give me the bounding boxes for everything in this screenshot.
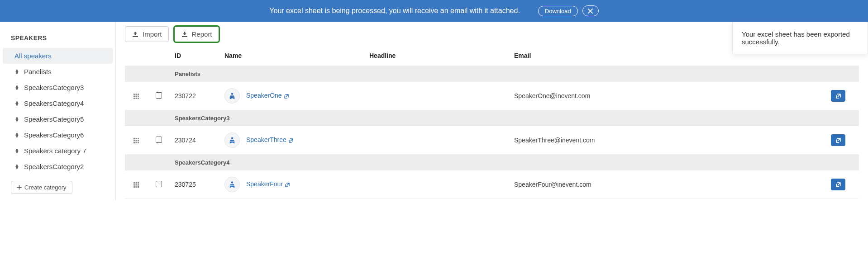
sidebar-item-category[interactable]: ▲▼Panelists [3, 64, 113, 80]
svg-rect-19 [136, 182, 137, 184]
svg-rect-12 [134, 140, 135, 142]
export-success-toast: Your excel sheet has been exported succe… [732, 22, 868, 54]
notification-actions: Download [538, 5, 599, 16]
external-link-icon[interactable] [285, 181, 290, 188]
sort-icon: ▲▼ [14, 148, 19, 154]
svg-rect-0 [134, 94, 135, 95]
row-id: 230724 [170, 126, 220, 155]
sidebar-item-category[interactable]: ▲▼SpeakersCategory6 [3, 127, 113, 143]
sidebar: SPEAKERS All speakers ▲▼Panelists▲▼Speak… [0, 22, 116, 200]
svg-rect-17 [138, 142, 139, 143]
svg-rect-10 [136, 138, 137, 139]
sort-icon: ▲▼ [14, 69, 19, 75]
import-button[interactable]: Import [125, 26, 169, 42]
row-headline [365, 82, 510, 110]
sidebar-item-label: Speakers category 7 [24, 147, 86, 155]
row-email: SpeakerOne@inevent.com [510, 82, 826, 110]
svg-rect-22 [136, 184, 137, 186]
svg-rect-18 [134, 182, 135, 184]
avatar [224, 132, 240, 148]
sidebar-item-label: SpeakersCategory5 [24, 115, 84, 123]
svg-rect-13 [136, 140, 137, 142]
sidebar-item-label: SpeakersCategory2 [24, 163, 84, 170]
content-area: Import Report ID Name Headline Email Pan [116, 22, 868, 200]
create-category-button[interactable]: Create category [11, 181, 72, 194]
notification-bar: Your excel sheet is being processed, you… [0, 0, 868, 22]
report-label: Report [192, 30, 212, 38]
table-group-row: Panelists [125, 66, 859, 82]
sidebar-item-all-speakers[interactable]: All speakers [3, 48, 113, 64]
col-header-headline[interactable]: Headline [365, 46, 510, 66]
row-checkbox[interactable] [156, 181, 162, 187]
svg-rect-14 [138, 140, 139, 142]
drag-handle-icon[interactable] [133, 92, 139, 99]
sidebar-item-category[interactable]: ▲▼Speakers category 7 [3, 143, 113, 159]
sidebar-item-label: All speakers [14, 52, 52, 60]
avatar [224, 88, 240, 104]
row-headline [365, 170, 510, 199]
svg-rect-5 [138, 96, 139, 97]
svg-rect-4 [136, 96, 137, 97]
row-id: 230722 [170, 82, 220, 110]
speaker-name-link[interactable]: SpeakerFour [246, 180, 283, 188]
table-group-row: SpeakersCategory3 [125, 110, 859, 127]
svg-rect-25 [136, 186, 137, 188]
avatar [224, 177, 240, 192]
drag-handle-icon[interactable] [133, 181, 139, 188]
open-row-button[interactable] [831, 134, 845, 146]
sidebar-item-category[interactable]: ▲▼SpeakersCategory3 [3, 80, 113, 95]
svg-rect-11 [138, 138, 139, 139]
table-row: 230725SpeakerFourSpeakerFour@inevent.com [125, 170, 859, 199]
row-checkbox[interactable] [156, 92, 162, 99]
svg-rect-21 [134, 184, 135, 186]
import-label: Import [143, 30, 162, 38]
download-button[interactable]: Download [538, 6, 578, 16]
speaker-name-link[interactable]: SpeakerThree [246, 136, 286, 143]
external-link-icon[interactable] [284, 93, 289, 99]
open-row-button[interactable] [831, 179, 845, 190]
sort-icon: ▲▼ [14, 85, 19, 90]
close-notification-button[interactable] [582, 5, 599, 16]
svg-rect-8 [138, 98, 139, 99]
report-button[interactable]: Report [174, 26, 219, 42]
sidebar-item-label: SpeakersCategory3 [24, 84, 84, 91]
close-icon [588, 9, 593, 14]
external-link-icon[interactable] [288, 137, 294, 143]
group-title: Panelists [170, 66, 859, 82]
row-checkbox[interactable] [156, 137, 162, 143]
notification-message: Your excel sheet is being processed, you… [269, 7, 520, 15]
sort-icon: ▲▼ [14, 164, 19, 170]
svg-rect-23 [138, 184, 139, 186]
plus-icon [17, 185, 22, 190]
sidebar-item-category[interactable]: ▲▼SpeakersCategory2 [3, 159, 113, 175]
create-category-label: Create category [24, 184, 67, 191]
sidebar-item-label: Panelists [24, 68, 52, 76]
row-headline [365, 126, 510, 155]
svg-rect-6 [134, 98, 135, 99]
open-row-button[interactable] [831, 90, 845, 102]
drag-handle-icon[interactable] [133, 137, 139, 144]
toast-message: Your excel sheet has been exported succe… [742, 30, 850, 46]
speaker-name-link[interactable]: SpeakerOne [246, 92, 282, 99]
svg-rect-20 [138, 182, 139, 184]
sidebar-item-category[interactable]: ▲▼SpeakersCategory4 [3, 95, 113, 111]
sidebar-item-category[interactable]: ▲▼SpeakersCategory5 [3, 111, 113, 127]
svg-rect-16 [136, 142, 137, 143]
row-id: 230725 [170, 170, 220, 199]
svg-rect-9 [134, 138, 135, 139]
col-header-name[interactable]: Name [220, 46, 365, 66]
svg-rect-7 [136, 98, 137, 99]
svg-rect-3 [134, 96, 135, 97]
table-row: 230722SpeakerOneSpeakerOne@inevent.com [125, 82, 859, 110]
sort-icon: ▲▼ [14, 101, 19, 106]
svg-rect-2 [138, 94, 139, 95]
col-header-id[interactable]: ID [170, 46, 220, 66]
table-group-row: SpeakersCategory4 [125, 155, 859, 171]
upload-icon [132, 31, 139, 38]
row-email: SpeakerFour@inevent.com [510, 170, 826, 199]
sort-icon: ▲▼ [14, 117, 19, 122]
row-email: SpeakerThree@inevent.com [510, 126, 826, 155]
group-title: SpeakersCategory4 [170, 155, 859, 171]
sort-icon: ▲▼ [14, 132, 19, 138]
svg-rect-26 [138, 186, 139, 188]
